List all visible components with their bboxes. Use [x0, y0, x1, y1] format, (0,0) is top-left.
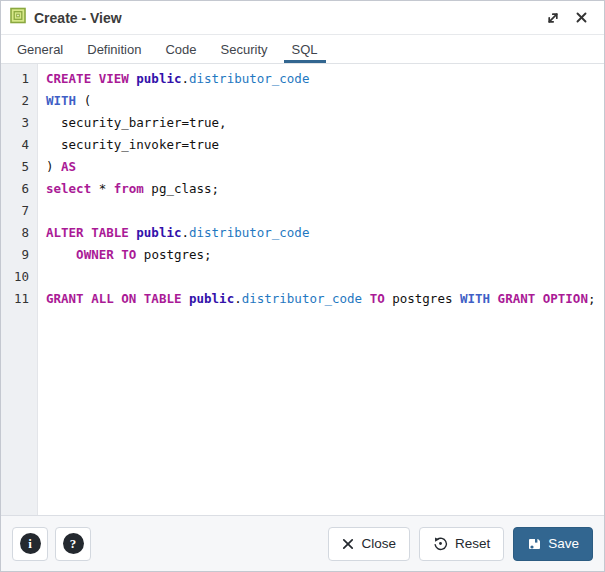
create-view-dialog: Create - View General Definition Code Se…: [0, 0, 605, 572]
save-icon: [527, 537, 541, 551]
token-kw: OWNER TO: [76, 247, 136, 262]
info-button[interactable]: i: [12, 527, 48, 561]
token-kw: GRANT OPTION: [498, 291, 588, 306]
code-line[interactable]: [46, 266, 604, 288]
tab-sql[interactable]: SQL: [284, 35, 326, 63]
view-icon: [10, 7, 27, 28]
footer-left: i ?: [12, 527, 91, 561]
token-name: distributor_code: [242, 291, 362, 306]
dialog-tabbar: General Definition Code Security SQL: [1, 35, 604, 64]
code-line[interactable]: ALTER TABLE public.distributor_code: [46, 222, 604, 244]
token-pl: postgres;: [136, 247, 211, 262]
token-pl: postgres: [385, 291, 460, 306]
x-icon: [342, 538, 354, 550]
reset-button-label: Reset: [455, 536, 490, 551]
code-line[interactable]: CREATE VIEW public.distributor_code: [46, 68, 604, 90]
token-kw: TO: [370, 291, 385, 306]
token-pl: [362, 291, 370, 306]
token-kw: AS: [61, 159, 76, 174]
line-number: 3: [1, 112, 37, 134]
token-pl: [490, 291, 498, 306]
line-number: 7: [1, 200, 37, 222]
info-icon: i: [20, 533, 41, 554]
line-number: 10: [1, 266, 37, 288]
token-kw: select: [46, 181, 91, 196]
help-button[interactable]: ?: [55, 527, 91, 561]
close-button-label: Close: [361, 536, 396, 551]
dialog-footer: i ? Close: [1, 515, 604, 571]
token-obj: public: [136, 71, 181, 86]
token-pl: .: [181, 225, 189, 240]
reset-button[interactable]: Reset: [419, 527, 504, 561]
tab-code[interactable]: Code: [157, 35, 204, 63]
token-kw: ALTER TABLE: [46, 225, 136, 240]
line-number: 4: [1, 134, 37, 156]
dialog-titlebar: Create - View: [1, 1, 604, 35]
help-icon: ?: [63, 533, 84, 554]
line-number: 8: [1, 222, 37, 244]
token-name: distributor_code: [189, 71, 309, 86]
code-line[interactable]: select * from pg_class;: [46, 178, 604, 200]
code-line[interactable]: security_invoker=true: [46, 134, 604, 156]
token-pl: [46, 247, 76, 262]
line-number: 6: [1, 178, 37, 200]
code-line[interactable]: security_barrier=true,: [46, 112, 604, 134]
token-pl: .: [234, 291, 242, 306]
line-number: 11: [1, 288, 37, 310]
code-lines[interactable]: CREATE VIEW public.distributor_codeWITH …: [38, 64, 604, 515]
code-line[interactable]: OWNER TO postgres;: [46, 244, 604, 266]
token-pl: security_invoker=true: [46, 137, 219, 152]
close-button[interactable]: Close: [328, 527, 410, 561]
save-button[interactable]: Save: [513, 527, 593, 561]
token-name: distributor_code: [189, 225, 309, 240]
close-icon[interactable]: [570, 7, 592, 29]
line-number: 1: [1, 68, 37, 90]
token-kw2: WITH: [46, 93, 76, 108]
token-pl: ;: [588, 291, 596, 306]
token-pl: *: [91, 181, 114, 196]
code-line[interactable]: ) AS: [46, 156, 604, 178]
token-pl: ): [46, 159, 61, 174]
token-kw: GRANT ALL ON TABLE: [46, 291, 189, 306]
token-pl: (: [76, 93, 91, 108]
footer-right: Close Reset: [328, 527, 593, 561]
token-obj: public: [189, 291, 234, 306]
sql-editor[interactable]: 1234567891011 CREATE VIEW public.distrib…: [1, 64, 604, 515]
reset-icon: [433, 536, 448, 551]
save-button-label: Save: [548, 536, 579, 551]
line-number: 2: [1, 90, 37, 112]
tab-general[interactable]: General: [9, 35, 71, 63]
code-line[interactable]: [46, 200, 604, 222]
resize-icon[interactable]: [542, 7, 564, 29]
line-number: 5: [1, 156, 37, 178]
token-obj: public: [136, 225, 181, 240]
tab-security[interactable]: Security: [213, 35, 276, 63]
code-line[interactable]: GRANT ALL ON TABLE public.distributor_co…: [46, 288, 604, 310]
token-pl: pg_class;: [144, 181, 219, 196]
code-line[interactable]: WITH (: [46, 90, 604, 112]
token-kw: CREATE VIEW: [46, 71, 136, 86]
dialog-title: Create - View: [34, 10, 122, 26]
token-pl: security_barrier=true,: [46, 115, 227, 130]
token-kw: from: [114, 181, 144, 196]
tab-definition[interactable]: Definition: [79, 35, 149, 63]
line-number: 9: [1, 244, 37, 266]
gutter: 1234567891011: [1, 64, 38, 515]
token-pl: .: [181, 71, 189, 86]
token-kw2: WITH: [460, 291, 490, 306]
